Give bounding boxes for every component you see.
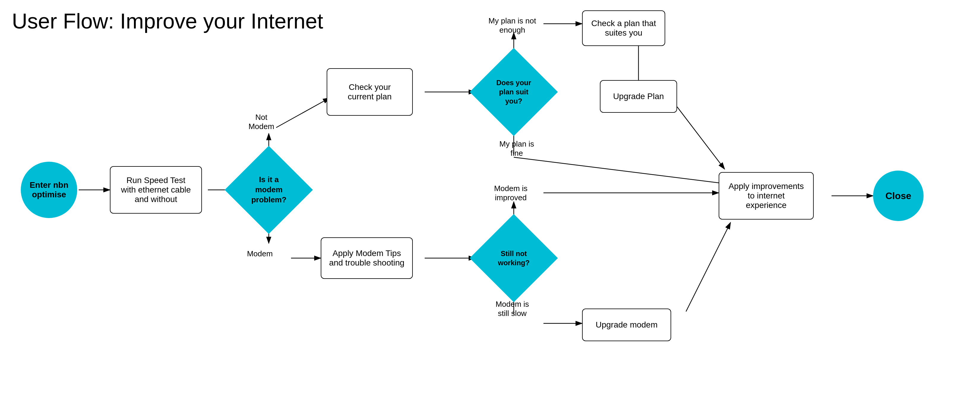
- upgrade-modem-node: Upgrade modem: [582, 309, 671, 341]
- apply-modem-node: Apply Modem Tips and trouble shooting: [321, 237, 413, 279]
- does-plan-suit-label: Does your plan suit you?: [496, 78, 531, 106]
- enter-nbn-label: Enter nbn optimise: [30, 180, 68, 199]
- enter-nbn-node: Enter nbn optimise: [21, 162, 77, 218]
- still-not-working-diamond: Still not working?: [470, 214, 558, 302]
- svg-line-11: [514, 157, 727, 184]
- svg-line-18: [677, 107, 725, 169]
- upgrade-plan-label: Upgrade Plan: [613, 92, 664, 101]
- plan-not-enough-label: My plan is not enough: [484, 16, 541, 35]
- speed-test-node: Run Speed Test with ethernet cable and w…: [110, 166, 202, 214]
- still-not-working-label: Still not working?: [498, 249, 530, 267]
- modem-label: Modem: [245, 249, 275, 258]
- apply-improvements-label: Apply improvements to internet experienc…: [729, 182, 804, 210]
- does-plan-suit-diamond: Does your plan suit you?: [470, 48, 558, 136]
- modem-still-slow-label: Modem is still slow: [488, 300, 536, 318]
- modem-improved-label: Modem is improved: [488, 184, 533, 203]
- is-modem-diamond: Is it a modem problem?: [225, 146, 313, 234]
- upgrade-modem-label: Upgrade modem: [596, 320, 658, 329]
- check-plan-label: Check your current plan: [348, 82, 392, 101]
- not-modem-label: Not Modem: [243, 113, 279, 131]
- check-plan-node: Check your current plan: [327, 68, 413, 116]
- apply-modem-label: Apply Modem Tips and trouble shooting: [329, 248, 404, 267]
- close-label: Close: [885, 190, 911, 201]
- check-plan-suits-label: Check a plan that suites you: [591, 19, 656, 38]
- close-node: Close: [873, 171, 924, 221]
- page-title: User Flow: Improve your Internet: [12, 9, 323, 33]
- check-plan-suits-node: Check a plan that suites you: [582, 10, 665, 46]
- plan-fine-label: My plan is fine: [493, 139, 541, 158]
- upgrade-plan-node: Upgrade Plan: [600, 80, 677, 113]
- svg-line-3: [276, 98, 329, 128]
- svg-line-17: [686, 223, 730, 312]
- apply-improvements-node: Apply improvements to internet experienc…: [719, 172, 814, 220]
- speed-test-label: Run Speed Test with ethernet cable and w…: [121, 176, 191, 204]
- is-modem-label: Is it a modem problem?: [251, 175, 286, 205]
